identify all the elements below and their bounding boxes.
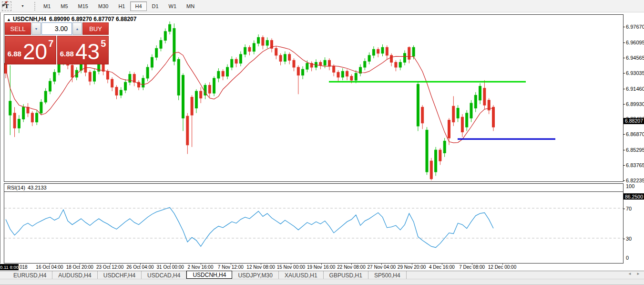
time-axis-label: 23 Oct 12:00 xyxy=(96,264,123,270)
rsi-value-label: 43.2133 xyxy=(28,185,47,190)
price-tick xyxy=(623,89,625,89)
time-axis-label: 31 Oct 00:00 xyxy=(157,264,184,270)
time-axis-label: 22 Nov 08:00 xyxy=(337,264,366,270)
rsi-tick xyxy=(623,209,625,209)
price-axis-label: 6.83765 xyxy=(626,162,644,168)
chart-ohlc-values: 6.89090 6.89270 6.87707 6.88207 xyxy=(49,16,137,22)
price-tick xyxy=(623,165,625,166)
chart-title: ▲USDCNH,H46.89090 6.89270 6.87707 6.8820… xyxy=(7,16,136,22)
price-axis-label: 6.96095 xyxy=(626,40,644,45)
rsi-pane[interactable] xyxy=(4,192,624,264)
rsi-indicator-header: RSI(14) 43.2133 xyxy=(4,183,624,192)
up-arrow-icon: ▲ xyxy=(76,27,79,31)
chart-tab-gbpusd[interactable]: GBPUSD,H1 xyxy=(324,271,368,279)
price-axis-label: 6.89930 xyxy=(626,101,644,107)
price-tick xyxy=(623,42,625,43)
price-axis-label: 6.93035 xyxy=(626,70,644,76)
status-bar xyxy=(0,279,644,285)
volume-decrease-button[interactable]: ▼ xyxy=(31,22,41,35)
rsi-tick xyxy=(623,239,625,239)
chart-tab-usdchf[interactable]: USDCHF,H4 xyxy=(98,271,142,279)
time-axis-label: 18 Oct 20:00 xyxy=(66,264,93,270)
collapse-triangle-icon: ▲ xyxy=(7,17,11,22)
price-tick xyxy=(623,27,625,27)
time-axis-label: 2 Nov 16:00 xyxy=(188,264,214,270)
rsi-marker-badge: 86.2500 xyxy=(624,193,644,200)
time-axis-label: 27 Nov 04:00 xyxy=(368,264,396,270)
bid-price-box[interactable]: 6.88 20 7 xyxy=(5,36,56,64)
chart-tab-sp500[interactable]: SP500,H4 xyxy=(368,271,407,279)
dropdown-caret-icon: ▼ xyxy=(21,4,24,8)
ask-prefix: 6.88 xyxy=(60,50,74,61)
price-tick xyxy=(623,150,625,150)
timeframe-button-mn[interactable]: MN xyxy=(182,1,199,11)
price-axis-label: 6.97670 xyxy=(626,24,644,30)
price-tick xyxy=(623,180,625,181)
timeframe-button-h1[interactable]: H1 xyxy=(113,1,130,11)
rsi-axis-label: 30 xyxy=(626,236,632,242)
rsi-axis-label: 0 xyxy=(626,255,629,261)
time-axis-label: 12 Nov 08:00 xyxy=(246,264,275,270)
rsi-axis-label: 70 xyxy=(626,206,632,211)
time-axis-label: 15 Nov 00:00 xyxy=(277,264,306,270)
time-partial-label: 018 xyxy=(20,264,28,270)
mt4-terminal: T ▼ M1M5M15M30H1H4D1W1MN ▲USDCNH,H46.890… xyxy=(0,0,644,285)
timeframe-button-w1[interactable]: W1 xyxy=(164,1,182,11)
price-tick xyxy=(623,73,625,74)
time-axis-label: 4 Dec 16:00 xyxy=(429,264,455,270)
buy-button[interactable]: BUY xyxy=(82,22,109,35)
price-axis-label: 6.91460 xyxy=(626,86,644,92)
chart-tab-usdcad[interactable]: USDCAD,H4 xyxy=(142,271,186,279)
time-axis[interactable]: 0.11 8:00 018 16 Oct 04:0018 Oct 20:0023… xyxy=(0,264,644,271)
chart-tab-usdcnh[interactable]: USDCNH,H4 xyxy=(186,271,232,279)
bid-prefix: 6.88 xyxy=(8,50,21,61)
rsi-axis-label: 100 xyxy=(626,183,634,189)
price-axis-label: 6.94565 xyxy=(626,55,644,61)
cursor-tool-button[interactable]: ▼ xyxy=(13,1,31,11)
rsi-chart[interactable] xyxy=(4,192,623,263)
chart-tab-usdjpy[interactable]: USDJPY,M30 xyxy=(232,271,278,279)
time-axis-label: 26 Oct 04:00 xyxy=(126,264,153,270)
timeframe-button-m1[interactable]: M1 xyxy=(39,1,55,11)
timeframe-button-d1[interactable]: D1 xyxy=(147,1,164,11)
time-axis-label: 19 Nov 16:00 xyxy=(307,264,336,270)
time-crosshair-badge: 0.11 8:00 xyxy=(0,264,19,270)
ask-price-box[interactable]: 6.88 43 5 xyxy=(57,36,109,64)
chart-tab-bar: EURUSD,H4AUDUSD,H4USDCHF,H4USDCAD,H4USDC… xyxy=(0,271,644,279)
timeframe-toolbar: M1M5M15M30H1H4D1W1MN xyxy=(39,0,200,12)
time-axis-label: 29 Nov 20:00 xyxy=(398,264,426,270)
time-axis-label: 7 Nov 12:00 xyxy=(218,264,244,270)
window-left-edge xyxy=(0,12,0,279)
timeframe-button-h4[interactable]: H4 xyxy=(130,1,146,11)
top-toolbar: T ▼ M1M5M15M30H1H4D1W1MN xyxy=(0,0,644,12)
rsi-name-label: RSI(14) xyxy=(7,185,25,190)
chart-tab-eurusd[interactable]: EURUSD,H4 xyxy=(8,271,52,279)
toolbar-separator xyxy=(34,2,36,11)
bid-main-digits: 20 xyxy=(23,42,47,61)
timeframe-button-m15[interactable]: M15 xyxy=(73,1,93,11)
chart-symbol-label: USDCNH,H4 xyxy=(13,16,46,22)
chart-tab-xauusd[interactable]: XAUUSD,H1 xyxy=(279,271,324,279)
timeframe-button-m30[interactable]: M30 xyxy=(93,1,113,11)
ask-main-digits: 43 xyxy=(75,42,100,61)
sell-button[interactable]: SELL xyxy=(5,22,31,35)
bid-pip-digit: 7 xyxy=(48,38,53,49)
one-click-trading-panel: SELL ▼ 3.00 ▲ BUY 6.88 20 7 6.88 43 5 xyxy=(5,22,109,64)
price-tick xyxy=(623,104,625,105)
price-tick xyxy=(623,58,625,58)
ask-pip-digit: 5 xyxy=(101,38,106,49)
time-axis-label: 16 Oct 04:00 xyxy=(36,264,63,270)
price-axis-label: 6.85295 xyxy=(626,147,644,153)
volume-input[interactable]: 3.00 xyxy=(41,22,72,35)
price-tick xyxy=(623,134,625,135)
current-price-badge: 6.88207 xyxy=(624,118,644,124)
chart-tab-audusd[interactable]: AUDUSD,H4 xyxy=(52,271,97,279)
volume-increase-button[interactable]: ▲ xyxy=(72,22,82,35)
timeframe-button-m5[interactable]: M5 xyxy=(56,1,72,11)
down-arrow-icon: ▼ xyxy=(35,27,38,31)
tab-scroll-left-icon[interactable]: ◄ xyxy=(626,272,633,276)
price-axis-label: 6.82235 xyxy=(626,178,644,183)
tab-scroll-right-icon[interactable]: ► xyxy=(635,272,642,276)
price-axis-label: 6.86870 xyxy=(626,131,644,137)
time-axis-label: 7 Dec 08:00 xyxy=(459,264,485,270)
